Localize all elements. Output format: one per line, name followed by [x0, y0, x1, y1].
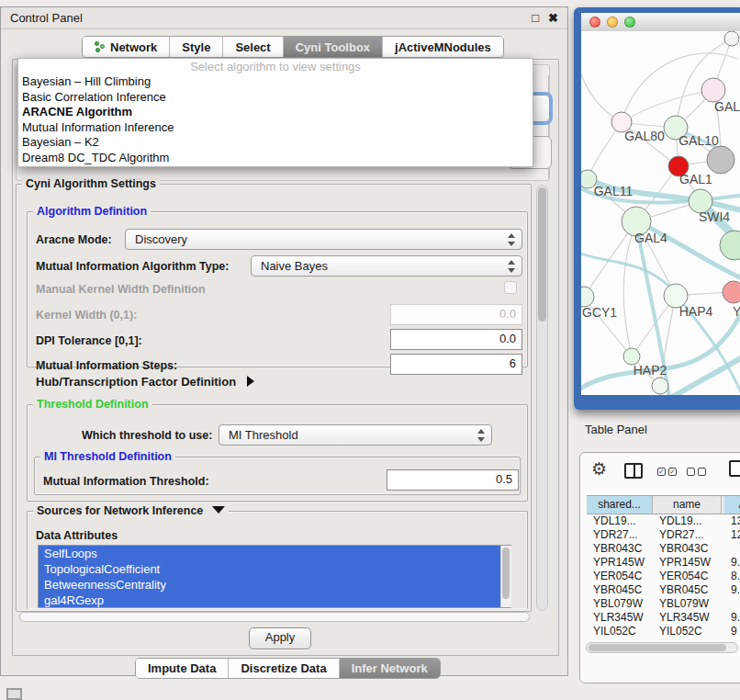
- dropdown-item[interactable]: Bayesian – Hill Climbing: [18, 74, 533, 90]
- table-cell: YER054C: [587, 570, 653, 583]
- aracne-mode-value: Discovery: [135, 232, 187, 246]
- table-row[interactable]: YER054CYER054C8.: [587, 570, 740, 583]
- dropdown-prompt: Select algorithm to view settings: [18, 59, 533, 74]
- mi-steps-field[interactable]: 6: [390, 354, 522, 375]
- float-window-icon[interactable]: □: [532, 11, 539, 25]
- tab-discretize-data[interactable]: Discretize Data: [229, 659, 339, 678]
- deselect-all-checkboxes-icon[interactable]: [687, 468, 706, 476]
- split-columns-icon[interactable]: [624, 463, 643, 479]
- aracne-mode-combobox[interactable]: Discovery: [125, 229, 522, 250]
- settings-vertical-scrollbar[interactable]: [536, 185, 548, 611]
- table-row[interactable]: YBR043CYBR043C: [587, 542, 740, 556]
- network-edge[interactable]: [669, 355, 740, 395]
- scrollbar-thumb[interactable]: [589, 644, 726, 651]
- which-threshold-combobox[interactable]: MI Threshold: [219, 424, 492, 446]
- attribute-list-item[interactable]: gal4RGexp: [39, 593, 510, 608]
- minimize-traffic-light[interactable]: [607, 17, 618, 28]
- table-tool-icon[interactable]: [729, 460, 740, 477]
- table-row[interactable]: YLR345WYLR345W9.: [587, 611, 740, 625]
- sources-title[interactable]: Sources for Network Inference: [33, 504, 229, 517]
- gear-icon[interactable]: ⚙: [591, 460, 607, 478]
- table-row[interactable]: YPR145WYPR145W9.: [587, 556, 740, 570]
- attributes-list-scrollbar[interactable]: [500, 546, 511, 607]
- mi-algorithm-type-combobox[interactable]: Naive Bayes: [251, 255, 522, 277]
- dropdown-item[interactable]: Dream8 DC_TDC Algorithm: [18, 151, 533, 166]
- scrollbar-thumb[interactable]: [502, 548, 510, 599]
- tab-style[interactable]: Style: [170, 37, 223, 57]
- table-cell: YLR345W: [587, 611, 653, 625]
- sources-title-label: Sources for Network Inference: [37, 504, 203, 517]
- close-window-icon[interactable]: ✖: [548, 11, 558, 25]
- mi-threshold-field[interactable]: 0.5: [387, 469, 519, 491]
- dropdown-item[interactable]: Mutual Information Inference: [18, 120, 533, 136]
- scrollbar-thumb[interactable]: [538, 187, 546, 322]
- attribute-list-item[interactable]: SelfLoops: [39, 546, 510, 561]
- network-node[interactable]: [707, 146, 734, 174]
- tab-select[interactable]: Select: [223, 37, 283, 57]
- mi-algorithm-type-value: Naive Bayes: [261, 259, 328, 273]
- table-row[interactable]: YDR27...YDR27...12: [587, 528, 740, 542]
- unchecked-box-icon: [698, 468, 706, 476]
- table-cell: YDR27...: [653, 528, 722, 542]
- table-row[interactable]: YBR045CYBR045C9.: [587, 583, 740, 597]
- network-edge[interactable]: [622, 90, 713, 122]
- dpi-tolerance-field[interactable]: 0.0: [390, 329, 522, 350]
- close-traffic-light[interactable]: [589, 17, 600, 28]
- table-row[interactable]: YIL052CYIL052C9: [587, 625, 740, 638]
- table-cell: 13: [724, 514, 740, 528]
- algorithm-definition-title: Algorithm Definition: [33, 205, 151, 218]
- column-header[interactable]: shared...: [587, 496, 653, 514]
- network-node[interactable]: [720, 231, 740, 260]
- application-root: Control Panel □ ✖ Network Style Select C…: [0, 0, 740, 700]
- network-node-label: GAL4: [634, 231, 667, 245]
- table-cell: YPR145W: [653, 556, 722, 570]
- combo-spinner-icon: [507, 260, 515, 273]
- table-horizontal-scrollbar[interactable]: [586, 642, 738, 653]
- network-node[interactable]: [724, 31, 739, 46]
- data-attributes-list[interactable]: SelfLoopsTopologicalCoefficientBetweenne…: [38, 545, 511, 608]
- table-cell: YLR345W: [653, 611, 722, 625]
- tab-jactivemnodules[interactable]: jActiveMNodules: [383, 37, 503, 57]
- minimized-window-icon[interactable]: [6, 688, 22, 700]
- dropdown-item[interactable]: ARACNE Algorithm: [18, 105, 533, 120]
- hub-definition-expander[interactable]: Hub/Transcription Factor Definition: [36, 375, 254, 389]
- network-node-label: GAL: [714, 99, 740, 114]
- table-cell: 9.: [724, 556, 740, 570]
- network-node-label: Y: [733, 304, 740, 319]
- select-all-checkboxes-icon[interactable]: ✓ ✓: [657, 468, 677, 476]
- table-cell: 9.: [724, 583, 740, 597]
- table-row[interactable]: YDL19...YDL19...13: [587, 514, 740, 528]
- attribute-list-item[interactable]: BetweennessCentrality: [39, 577, 510, 593]
- checked-box-icon: ✓: [657, 468, 666, 476]
- table-header-row: shared...nameA: [587, 495, 740, 514]
- apply-button[interactable]: Apply: [249, 627, 311, 649]
- column-header[interactable]: name: [653, 496, 722, 514]
- network-node[interactable]: [581, 287, 594, 307]
- table-cell: YDR27...: [587, 528, 653, 542]
- network-node-label: SWI4: [699, 209, 730, 224]
- network-node-label: HAP4: [679, 304, 713, 319]
- combo-spinner-icon: [507, 233, 515, 246]
- tab-network[interactable]: Network: [83, 37, 170, 57]
- table-cell: 9.: [724, 611, 740, 625]
- network-node-label: GAL80: [624, 129, 665, 143]
- network-edge[interactable]: [581, 59, 622, 122]
- dropdown-item[interactable]: Basic Correlation Inference: [18, 90, 533, 106]
- tab-infer-network[interactable]: Infer Network: [340, 659, 440, 678]
- attribute-list-item[interactable]: TopologicalCoefficient: [39, 561, 510, 577]
- settings-horizontal-scrollbar[interactable]: [19, 612, 530, 622]
- tab-impute-data[interactable]: Impute Data: [136, 659, 229, 678]
- zoom-traffic-light[interactable]: [624, 17, 635, 28]
- network-canvas[interactable]: GALGAL80GAL10GAL1GAL11SWI4GAL4GCY1HAP4YH…: [581, 31, 740, 395]
- table-row[interactable]: YBL079WYBL079W: [587, 597, 740, 611]
- network-node-label: GAL1: [679, 172, 712, 186]
- column-header[interactable]: A: [724, 496, 740, 514]
- manual-kernel-width-checkbox[interactable]: [504, 281, 517, 294]
- tab-label: Network: [110, 40, 157, 54]
- table-cell: 9: [724, 625, 740, 638]
- dropdown-item[interactable]: Bayesian – K2: [18, 135, 533, 151]
- kernel-width-field[interactable]: 0.0: [390, 304, 522, 325]
- tab-cyni-toolbox[interactable]: Cyni Toolbox: [284, 37, 383, 57]
- network-node[interactable]: [652, 378, 668, 394]
- network-node[interactable]: [723, 281, 740, 303]
